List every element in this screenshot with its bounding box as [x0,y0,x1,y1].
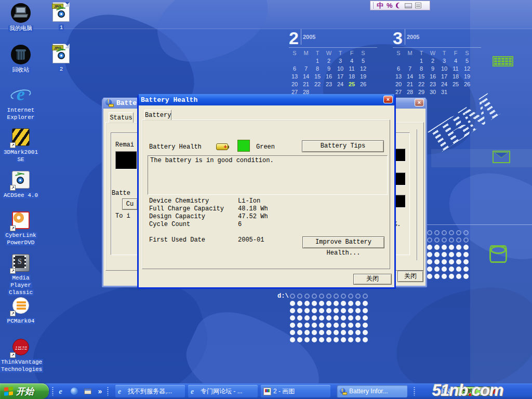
wallpaper-dot [290,337,295,342]
wallpaper-dot [312,294,317,299]
desktop-icon-media-player-classic[interactable]: ↗ Media Player Classic [0,253,42,296]
calendar-day-cell: 23 [427,81,438,89]
tab-status[interactable]: Status [109,112,134,123]
wallpaper-dot [355,323,361,328]
ime-punctuation-icon[interactable]: % [387,1,393,10]
fullwidth-moon-icon[interactable] [396,3,402,8]
desktop-icon-internet-explorer[interactable]: e Internet Explorer [0,85,42,121]
drive-label: d:\ [277,292,289,300]
wallpaper-dot [463,274,469,279]
calendar-day-cell: 31 [438,89,450,97]
close-button[interactable]: 关闭 [397,271,423,282]
wallpaper-dot [290,323,295,328]
taskbar-item-ie-2[interactable]: e 专门网论坛 - ... [188,385,258,397]
wallpaper-dot [363,301,368,306]
taskbar-item-battery-information[interactable]: Battery Infor... [337,385,407,397]
icon-label: ThinkVantage Technologies [0,358,43,373]
health-value: Green [256,143,275,151]
language-bar-grip[interactable] [373,2,374,9]
desktop-icon-my-computer[interactable]: 我的电脑 [0,3,42,32]
taskbar-grip[interactable] [107,387,109,396]
wallpaper-dot [348,294,353,299]
battery-icon [216,143,228,150]
shortcut-arrow-icon: ↗ [10,185,16,191]
battery-tips-button[interactable]: Battery Tips [302,140,384,152]
desktop-icon-thinkvantage[interactable]: IBM ↗ ThinkVantage Technologies [0,337,42,373]
jpg-file-icon: JPG [51,2,71,22]
wallpaper-dot [290,294,295,299]
calendar-day-header: T [335,50,346,58]
wallpaper-dot [341,323,346,328]
calendar-day-cell: 7 [300,65,312,73]
wallpaper-line [424,224,532,225]
tray-grip[interactable] [414,387,415,396]
wallpaper-dot [319,315,324,321]
desktop-icon-powerdvd[interactable]: ↗ CyberLink PowerDVD [0,210,42,246]
wallpaper-dot [319,330,324,335]
tab-battery[interactable]: Battery [144,110,171,120]
close-icon[interactable]: × [383,96,393,103]
calendar-day-header: W [323,50,335,58]
close-button[interactable]: 关闭 [353,274,392,285]
close-icon[interactable]: × [415,99,424,107]
wallpaper-dot [334,337,339,342]
desktop-icon-recycle-bin[interactable]: 回收站 [0,45,42,74]
wallpaper-dot [463,267,469,272]
desktop-icon-acdsee[interactable]: ↗ ACDSee 4.0 [0,170,42,199]
quick-launch-icon-3[interactable] [83,387,92,396]
database-cylinder-icon [489,245,507,263]
wallpaper-dot [427,267,432,272]
calendar-day-cell: 18 [346,73,357,81]
wallpaper-dot [456,237,461,243]
my-computer-icon [11,3,31,23]
desktop-icon-3dmark2001[interactable]: ↗ 3DMark2001 SE [0,127,42,163]
wallpaper-dot [304,315,310,321]
wallpaper-dot [456,267,461,272]
calendar-day-cell [404,58,416,65]
taskbar-item-ie-1[interactable]: e 找不到服务器,... [115,385,185,397]
current-button[interactable]: Cu [122,198,138,210]
wallpaper-dot [463,252,469,257]
taskbar-item-paint[interactable]: 2 - 画图 [261,385,330,397]
wallpaper-dot [434,252,440,257]
language-bar-menu-icon[interactable] [415,3,421,8]
quick-launch-ie-icon[interactable]: e [56,387,65,396]
calendar-day-cell: 16 [323,73,335,81]
wallpaper-dot [355,315,361,321]
wallpaper-dot [319,337,324,342]
spec-label: Full Charge Capacity [149,205,224,212]
wallpaper-dot-grid [290,294,370,344]
quick-launch-icon-2[interactable] [70,387,78,396]
improve-battery-health-button[interactable]: Improve Battery Health... [302,236,384,248]
icon-label: 1 [59,24,64,31]
quick-launch-chevron-icon[interactable]: » [96,387,104,396]
wallpaper-dot [334,308,339,313]
desktop-icon-jpg-2[interactable]: JPG 2 [41,44,82,73]
wallpaper-dot [449,274,454,279]
ime-chinese-icon[interactable]: 中 [377,1,383,10]
calendar-day-cell: 26 [461,81,473,89]
calendar-year: 2005 [301,29,315,45]
desktop-icon-jpg-1[interactable]: JPG 1 [41,2,82,31]
wallpaper-dot [449,230,454,235]
wallpaper-dot [456,259,461,264]
wallpaper-dot [442,230,447,235]
wallpaper-dot [449,252,454,257]
calendar-year: 2005 [405,29,419,45]
dialog-title: Battery Health [141,96,197,104]
wallpaper-dot [449,259,454,264]
wallpaper-dot [304,308,310,313]
wallpaper-dot [341,337,346,342]
health-status-swatch [237,140,250,152]
soft-keyboard-icon[interactable] [405,3,412,8]
battery-label: Batte [112,190,130,197]
quick-launch-grip[interactable] [52,387,54,396]
windows-flag-icon [4,387,14,396]
start-button[interactable]: 开始 [0,383,49,399]
language-bar[interactable]: 中 % [370,1,430,10]
wallpaper-dot-grid [427,230,471,281]
wallpaper-dot [334,323,339,328]
site-watermark: 51nb.com [432,381,503,399]
wallpaper-dot [312,323,317,328]
desktop-icon-pcmark04[interactable]: ↗ PCMark04 [0,296,42,325]
